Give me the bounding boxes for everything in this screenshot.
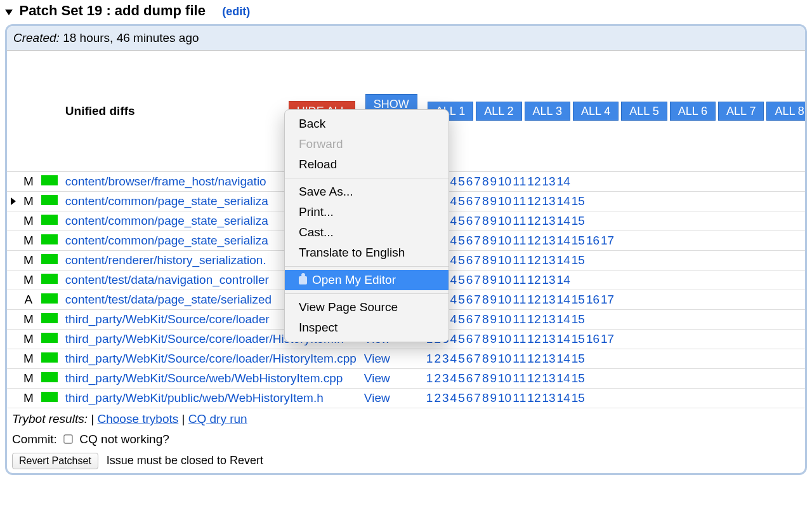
version-link[interactable]: 13 bbox=[542, 234, 555, 247]
version-link[interactable]: 8 bbox=[482, 352, 489, 365]
disclosure-triangle-icon[interactable] bbox=[5, 10, 13, 15]
version-link[interactable]: 6 bbox=[466, 371, 473, 385]
version-link[interactable]: 7 bbox=[474, 371, 481, 385]
all-version-button[interactable]: ALL 3 bbox=[525, 102, 570, 121]
version-link[interactable]: 5 bbox=[458, 273, 465, 286]
version-link[interactable]: 11 bbox=[513, 352, 526, 365]
version-link[interactable]: 15 bbox=[572, 214, 585, 227]
version-link[interactable]: 12 bbox=[527, 175, 540, 188]
version-link[interactable]: 9 bbox=[490, 293, 497, 306]
version-link[interactable]: 14 bbox=[557, 273, 570, 286]
file-link[interactable]: content/common/page_state_serializa bbox=[65, 214, 268, 227]
commit-checkbox[interactable] bbox=[63, 434, 72, 443]
version-link[interactable]: 9 bbox=[490, 214, 497, 227]
version-link[interactable]: 13 bbox=[542, 273, 555, 286]
version-link[interactable]: 8 bbox=[482, 273, 489, 286]
version-link[interactable]: 12 bbox=[527, 371, 540, 385]
version-link[interactable]: 13 bbox=[542, 352, 555, 365]
version-link[interactable]: 8 bbox=[482, 194, 489, 208]
version-link[interactable]: 6 bbox=[466, 312, 473, 326]
version-link[interactable]: 14 bbox=[557, 234, 570, 247]
version-link[interactable]: 11 bbox=[513, 253, 526, 267]
revert-patchset-button[interactable]: Revert Patchset bbox=[12, 453, 98, 469]
version-link[interactable]: 5 bbox=[458, 253, 465, 267]
ctx-print[interactable]: Print... bbox=[285, 202, 449, 222]
version-link[interactable]: 10 bbox=[498, 352, 511, 365]
version-link[interactable]: 8 bbox=[482, 253, 489, 267]
version-link[interactable]: 8 bbox=[482, 234, 489, 247]
version-link[interactable]: 15 bbox=[572, 253, 585, 267]
version-link[interactable]: 13 bbox=[542, 312, 555, 326]
version-link[interactable]: 6 bbox=[466, 214, 473, 227]
all-version-button[interactable]: ALL 5 bbox=[621, 102, 667, 121]
all-version-button[interactable]: ALL 4 bbox=[573, 102, 619, 121]
ctx-save-as[interactable]: Save As... bbox=[285, 182, 449, 202]
version-link[interactable]: 4 bbox=[450, 214, 457, 227]
version-link[interactable]: 17 bbox=[601, 332, 614, 345]
version-link[interactable]: 5 bbox=[458, 194, 465, 208]
version-link[interactable]: 13 bbox=[542, 194, 555, 208]
version-link[interactable]: 3 bbox=[442, 352, 449, 365]
version-link[interactable]: 11 bbox=[513, 234, 526, 247]
version-link[interactable]: 9 bbox=[490, 234, 497, 247]
version-link[interactable]: 12 bbox=[527, 391, 540, 404]
version-link[interactable]: 6 bbox=[466, 273, 473, 286]
version-link[interactable]: 12 bbox=[527, 234, 540, 247]
version-link[interactable]: 4 bbox=[450, 175, 457, 188]
version-link[interactable]: 4 bbox=[450, 253, 457, 267]
file-link[interactable]: content/common/page_state_serializa bbox=[65, 194, 268, 208]
view-link[interactable]: View bbox=[364, 371, 390, 385]
version-link[interactable]: 5 bbox=[458, 332, 465, 345]
version-link[interactable]: 11 bbox=[513, 332, 526, 345]
version-link[interactable]: 8 bbox=[482, 332, 489, 345]
choose-trybots-link[interactable]: Choose trybots bbox=[97, 412, 178, 425]
version-link[interactable]: 11 bbox=[513, 175, 526, 188]
version-link[interactable]: 12 bbox=[527, 214, 540, 227]
version-link[interactable]: 17 bbox=[601, 293, 614, 306]
version-link[interactable]: 14 bbox=[557, 352, 570, 365]
version-link[interactable]: 4 bbox=[450, 194, 457, 208]
version-link[interactable]: 14 bbox=[557, 194, 570, 208]
version-link[interactable]: 11 bbox=[513, 371, 526, 385]
file-link[interactable]: content/common/page_state_serializa bbox=[65, 234, 268, 247]
version-link[interactable]: 12 bbox=[527, 253, 540, 267]
version-link[interactable]: 2 bbox=[434, 391, 441, 404]
version-link[interactable]: 9 bbox=[490, 253, 497, 267]
version-link[interactable]: 13 bbox=[542, 332, 555, 345]
version-link[interactable]: 13 bbox=[542, 293, 555, 306]
file-link[interactable]: content/browser/frame_host/navigatio bbox=[65, 175, 266, 188]
view-link[interactable]: View bbox=[364, 352, 390, 365]
version-link[interactable]: 6 bbox=[466, 352, 473, 365]
version-link[interactable]: 11 bbox=[513, 214, 526, 227]
version-link[interactable]: 9 bbox=[490, 273, 497, 286]
version-link[interactable]: 5 bbox=[458, 312, 465, 326]
version-link[interactable]: 5 bbox=[458, 234, 465, 247]
version-link[interactable]: 11 bbox=[513, 273, 526, 286]
version-link[interactable]: 10 bbox=[498, 293, 511, 306]
cq-dry-run-link[interactable]: CQ dry run bbox=[188, 412, 247, 425]
version-link[interactable]: 7 bbox=[474, 194, 481, 208]
version-link[interactable]: 14 bbox=[557, 312, 570, 326]
version-link[interactable]: 15 bbox=[572, 352, 585, 365]
version-link[interactable]: 14 bbox=[557, 175, 570, 188]
version-link[interactable]: 5 bbox=[458, 352, 465, 365]
version-link[interactable]: 4 bbox=[450, 352, 457, 365]
file-link[interactable]: third_party/WebKit/Source/core/loader/Hi… bbox=[65, 352, 357, 365]
version-link[interactable]: 8 bbox=[482, 214, 489, 227]
version-link[interactable]: 15 bbox=[572, 371, 585, 385]
version-link[interactable]: 5 bbox=[458, 214, 465, 227]
version-link[interactable]: 2 bbox=[434, 371, 441, 385]
version-link[interactable]: 9 bbox=[490, 352, 497, 365]
version-link[interactable]: 12 bbox=[527, 332, 540, 345]
version-link[interactable]: 4 bbox=[450, 391, 457, 404]
file-link[interactable]: third_party/WebKit/Source/web/WebHistory… bbox=[65, 371, 343, 385]
all-version-button[interactable]: ALL 8 bbox=[766, 102, 807, 121]
version-link[interactable]: 16 bbox=[586, 332, 599, 345]
version-link[interactable]: 11 bbox=[513, 391, 526, 404]
version-link[interactable]: 7 bbox=[474, 391, 481, 404]
ctx-reload[interactable]: Reload bbox=[285, 154, 449, 175]
version-link[interactable]: 12 bbox=[527, 312, 540, 326]
version-link[interactable]: 13 bbox=[542, 175, 555, 188]
version-link[interactable]: 4 bbox=[450, 234, 457, 247]
ctx-cast[interactable]: Cast... bbox=[285, 222, 449, 243]
